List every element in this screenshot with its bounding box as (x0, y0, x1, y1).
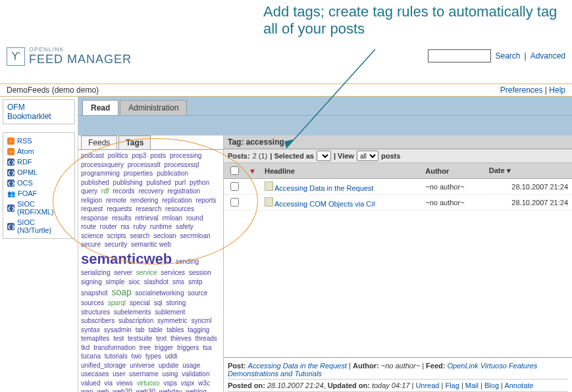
tag-cloud-item[interactable]: tables (167, 326, 184, 333)
tag-cloud-item[interactable]: syncml (191, 317, 211, 324)
tag-cloud-item[interactable]: trigger (155, 344, 173, 351)
tag-cloud-item[interactable]: safety (176, 223, 194, 230)
tab-administration[interactable]: Administration (120, 100, 187, 115)
tag-cloud-item[interactable]: secure (81, 241, 101, 248)
tag-cloud-item[interactable]: tsa (203, 344, 211, 351)
preferences-link[interactable]: Preferences (500, 86, 543, 95)
tag-cloud-item[interactable]: semantic web (131, 241, 171, 248)
tag-cloud-item[interactable]: two (132, 353, 142, 360)
tag-cloud-item[interactable]: sources (81, 299, 104, 306)
tag-cloud-item[interactable]: temapltes (81, 335, 109, 342)
tag-cloud-item[interactable]: subscribers (81, 317, 115, 324)
tag-cloud-item[interactable]: unified_storage (81, 362, 126, 369)
tag-cloud-item[interactable]: runtime (150, 223, 172, 230)
tag-cloud-item[interactable]: source (188, 289, 207, 297)
tag-cloud-item[interactable]: uddi (165, 353, 178, 360)
tag-cloud-item[interactable]: sparql (108, 299, 126, 306)
tag-cloud-item[interactable]: views (117, 380, 133, 387)
col-date[interactable]: Date ▾ (485, 163, 572, 179)
tag-cloud-item[interactable]: round (186, 214, 203, 222)
tag-cloud-item[interactable]: weblog (186, 388, 207, 392)
tag-cloud-item[interactable]: processxquery (81, 161, 124, 168)
tag-cloud-item[interactable]: simple (105, 278, 124, 285)
tag-cloud-item[interactable]: secrmloan (180, 232, 210, 239)
tag-cloud-item[interactable]: pulished (146, 179, 170, 186)
sidebar-feed-item[interactable]: ៱ RSS (7, 135, 70, 146)
tag-cloud-item[interactable]: processxsql (165, 161, 199, 168)
tag-cloud-item[interactable]: rmloan (163, 214, 183, 222)
bookmarklet-link[interactable]: OFM Bookmarklet (7, 103, 51, 121)
sidebar-feed-item[interactable]: ❮❯ OCS (7, 178, 70, 188)
tag-cloud-item[interactable]: universe (130, 362, 155, 369)
sidebar-feed-item[interactable]: ៱ Atom (7, 146, 70, 157)
tag-cloud-item[interactable]: publication (157, 170, 188, 177)
tab-read[interactable]: Read (82, 100, 118, 115)
tag-cloud-item[interactable]: route (81, 223, 96, 230)
tag-cloud-item[interactable]: tree (140, 344, 151, 351)
tag-cloud-item[interactable]: semanticweb (81, 251, 172, 267)
sidebar-feed-item[interactable]: ❮❯ SIOC (RDF/XML) (7, 199, 70, 217)
tag-cloud-item[interactable]: rss (120, 223, 129, 230)
tag-cloud-item[interactable]: service (136, 269, 157, 276)
tag-cloud-item[interactable]: web20 (113, 388, 132, 392)
tag-cloud-item[interactable]: rdf (101, 187, 109, 195)
tag-cloud-item[interactable]: records (113, 187, 134, 195)
tag-cloud-item[interactable]: w3c (198, 380, 210, 387)
tag-cloud-item[interactable]: resources (165, 205, 194, 212)
tag-cloud-item[interactable]: services (161, 269, 185, 276)
tag-cloud-item[interactable]: response (81, 214, 108, 222)
table-row[interactable]: Accessing Data in the Request~no author~… (224, 179, 572, 195)
tag-cloud-item[interactable]: subscription (118, 317, 153, 324)
tag-cloud-item[interactable]: socialnetworking (136, 289, 184, 297)
tag-cloud-item[interactable]: usecases (81, 370, 109, 378)
tag-cloud-item[interactable]: thieves (170, 335, 192, 342)
tag-cloud-item[interactable]: server (114, 269, 132, 276)
tag-cloud-item[interactable]: processxslt (128, 161, 161, 168)
tag-cloud-item[interactable]: wap (81, 388, 93, 392)
unread-link[interactable]: Unread (415, 381, 439, 389)
tag-cloud-item[interactable]: research (136, 205, 161, 212)
tag-cloud-item[interactable]: update (159, 362, 179, 369)
sidebar-feed-item[interactable]: ❮❯ RDF (7, 157, 70, 167)
subtab-tags[interactable]: Tags (118, 135, 151, 149)
tag-cloud-item[interactable]: sysadmin (104, 326, 132, 333)
tag-cloud-item[interactable]: remote (106, 197, 126, 204)
select-all-checkbox[interactable] (230, 166, 239, 175)
tag-cloud-item[interactable]: programming (81, 170, 120, 177)
search-link[interactable]: Search (495, 51, 520, 61)
tag-cloud-item[interactable]: ruby (134, 223, 146, 230)
view-dropdown[interactable]: all (357, 151, 378, 161)
tag-cloud-item[interactable]: syntax (81, 326, 100, 333)
tag-cloud-item[interactable]: sioc (128, 278, 140, 285)
col-author[interactable]: Author (421, 163, 485, 179)
tag-cloud-item[interactable]: sublement (155, 308, 185, 316)
tag-cloud-item[interactable]: test (113, 335, 124, 342)
tag-cloud-item[interactable]: sending (176, 258, 199, 265)
tag-cloud-item[interactable]: tab (136, 326, 145, 333)
tag-cloud-item[interactable]: religion (81, 197, 102, 204)
tag-cloud-item[interactable]: request (81, 205, 103, 212)
tag-cloud-item[interactable]: special (130, 299, 150, 306)
tag-cloud-item[interactable]: tagging (188, 326, 209, 333)
tag-cloud-item[interactable]: requests (107, 205, 132, 212)
sort-icon[interactable]: ▼ (249, 167, 256, 175)
tag-cloud-item[interactable]: replication (162, 197, 192, 204)
help-link[interactable]: Help (549, 86, 565, 95)
tag-cloud-item[interactable]: purl (174, 179, 186, 186)
tag-cloud-item[interactable]: usage (182, 362, 200, 369)
selected-as-dropdown[interactable] (317, 151, 331, 161)
tag-cloud-item[interactable]: subelements (114, 308, 151, 316)
blog-link[interactable]: Blog (484, 381, 499, 389)
tag-cloud-item[interactable]: user (113, 370, 125, 378)
tag-cloud-item[interactable]: processing (170, 152, 201, 159)
tag-cloud-item[interactable]: query (81, 187, 97, 195)
tag-cloud-item[interactable]: username (129, 370, 158, 378)
row-checkbox[interactable] (230, 198, 239, 207)
tag-cloud-item[interactable]: security (105, 241, 127, 248)
tag-cloud-item[interactable]: search (130, 232, 149, 239)
tag-cloud-item[interactable]: science (81, 232, 103, 239)
tag-cloud-item[interactable]: vspx (181, 380, 195, 387)
tag-cloud-item[interactable]: text (156, 335, 167, 342)
tag-cloud-item[interactable]: router (100, 223, 117, 230)
tag-cloud-item[interactable]: virtuoso (137, 380, 160, 387)
